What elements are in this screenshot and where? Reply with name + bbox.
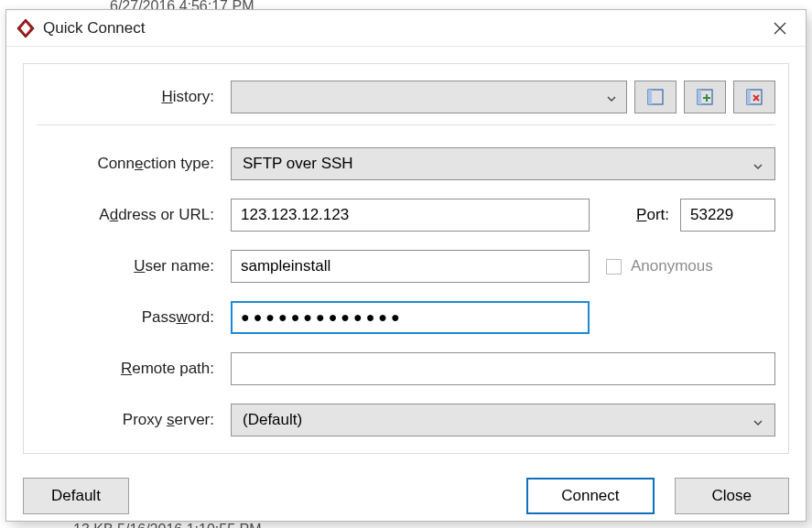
anonymous-checkbox[interactable]	[606, 259, 622, 275]
quick-connect-dialog: Quick Connect History:	[5, 9, 807, 522]
history-row: History:	[37, 81, 775, 113]
remote-path-row: Remote path:	[37, 352, 775, 385]
connection-type-value: SFTP over SSH	[243, 155, 752, 173]
dialog-footer: Default Connect Close	[6, 465, 806, 514]
history-config-button[interactable]	[634, 81, 677, 113]
titlebar: Quick Connect	[6, 10, 806, 47]
proxy-row: Proxy server: (Default)	[37, 404, 775, 436]
password-label: Password:	[37, 308, 231, 327]
chevron-down-icon	[606, 92, 617, 102]
app-icon	[16, 18, 36, 38]
password-row: Password:	[37, 301, 775, 334]
username-input[interactable]	[231, 250, 590, 283]
address-input[interactable]	[231, 199, 590, 232]
panel-remove-icon	[746, 89, 763, 105]
background-text-bottom: 13 KB 5/16/2016 1:10:55 PM	[73, 522, 261, 528]
proxy-value: (Default)	[243, 411, 752, 429]
close-icon	[774, 22, 786, 35]
address-row: Address or URL: Port:	[37, 199, 775, 232]
close-button[interactable]	[762, 15, 798, 42]
connect-button[interactable]: Connect	[526, 478, 654, 514]
form-panel: History: Connection type: SFTP ove	[23, 63, 789, 454]
port-input[interactable]	[680, 199, 775, 232]
history-combobox[interactable]	[231, 81, 627, 113]
panel-icon	[647, 89, 664, 105]
svg-rect-3	[698, 90, 701, 104]
connection-type-row: Connection type: SFTP over SSH	[37, 147, 775, 180]
chevron-down-icon	[752, 415, 763, 426]
history-add-button[interactable]	[684, 81, 726, 113]
chevron-down-icon	[752, 158, 763, 169]
panel-add-icon	[697, 89, 713, 105]
address-label: Address or URL:	[37, 206, 231, 224]
close-dialog-button[interactable]: Close	[675, 478, 789, 514]
divider	[37, 124, 775, 125]
password-input[interactable]	[231, 301, 590, 334]
remote-path-input[interactable]	[231, 352, 775, 385]
anonymous-checkbox-group: Anonymous	[606, 257, 713, 275]
proxy-label: Proxy server:	[37, 411, 231, 429]
remote-path-label: Remote path:	[37, 360, 231, 378]
connection-type-label: Connection type:	[37, 155, 231, 173]
svg-rect-5	[747, 90, 751, 104]
default-button[interactable]: Default	[23, 478, 129, 514]
history-label: History:	[37, 88, 231, 106]
username-row: User name: Anonymous	[37, 250, 775, 283]
history-remove-button[interactable]	[733, 81, 775, 113]
anonymous-label: Anonymous	[631, 257, 713, 275]
username-label: User name:	[37, 257, 231, 275]
window-title: Quick Connect	[43, 19, 146, 38]
connection-type-select[interactable]: SFTP over SSH	[231, 147, 775, 180]
proxy-select[interactable]: (Default)	[231, 404, 775, 436]
svg-rect-1	[648, 90, 652, 104]
port-label: Port:	[636, 206, 669, 224]
